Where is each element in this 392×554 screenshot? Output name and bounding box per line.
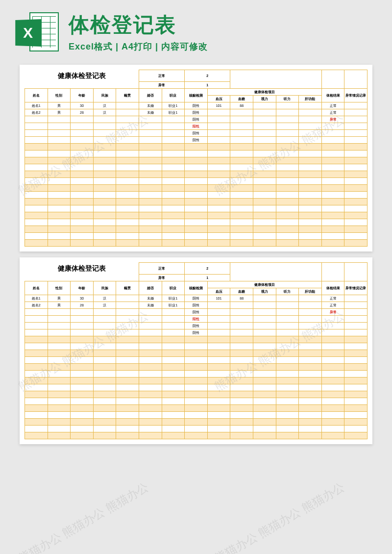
empty-cell[interactable] — [276, 199, 299, 205]
cell-vision[interactable] — [253, 109, 276, 116]
cell-ethnicity[interactable] — [93, 309, 116, 316]
cell-test[interactable]: 阳性 — [185, 316, 208, 323]
empty-cell[interactable] — [344, 199, 368, 205]
empty-cell[interactable] — [207, 199, 230, 205]
empty-cell[interactable] — [321, 405, 344, 412]
empty-cell[interactable] — [185, 378, 208, 384]
cell-vision[interactable] — [253, 309, 276, 316]
empty-cell[interactable] — [344, 384, 368, 391]
cell-name[interactable] — [25, 316, 48, 323]
cell-name[interactable]: 姓名2 — [25, 302, 48, 309]
empty-cell[interactable] — [344, 212, 368, 219]
cell-ethnicity[interactable] — [93, 137, 116, 144]
empty-cell[interactable] — [185, 205, 208, 212]
empty-cell[interactable] — [185, 412, 208, 419]
empty-cell[interactable] — [207, 412, 230, 419]
empty-cell[interactable] — [185, 432, 208, 439]
cell-hearing[interactable] — [276, 123, 299, 130]
cell-marital[interactable]: 未婚 — [139, 302, 162, 309]
cell-occupation[interactable] — [162, 137, 185, 144]
empty-cell[interactable] — [25, 151, 48, 157]
cell-gender[interactable] — [48, 309, 71, 316]
empty-cell[interactable] — [299, 343, 322, 350]
empty-cell[interactable] — [185, 171, 208, 178]
cell-ethnicity[interactable] — [93, 329, 116, 336]
empty-cell[interactable] — [48, 426, 71, 432]
cell-marital[interactable] — [139, 137, 162, 144]
cell-age[interactable] — [71, 329, 94, 336]
empty-cell[interactable] — [299, 164, 322, 171]
empty-cell[interactable] — [25, 384, 48, 391]
empty-cell[interactable] — [253, 212, 276, 219]
empty-cell[interactable] — [185, 226, 208, 233]
empty-cell[interactable] — [185, 398, 208, 405]
empty-cell[interactable] — [139, 233, 162, 240]
empty-cell[interactable] — [253, 144, 276, 151]
empty-cell[interactable] — [276, 178, 299, 185]
empty-cell[interactable] — [321, 185, 344, 192]
empty-cell[interactable] — [139, 212, 162, 219]
empty-cell[interactable] — [93, 212, 116, 219]
cell-sugar[interactable] — [230, 137, 253, 144]
empty-cell[interactable] — [71, 171, 94, 178]
empty-cell[interactable] — [230, 233, 253, 240]
empty-cell[interactable] — [116, 391, 139, 398]
empty-cell[interactable] — [48, 336, 71, 343]
cell-occupation[interactable] — [162, 116, 185, 123]
cell-result[interactable]: 正常 — [321, 109, 344, 116]
cell-occupation[interactable]: 职业1 — [162, 295, 185, 302]
cell-bp[interactable] — [207, 329, 230, 336]
empty-cell[interactable] — [344, 357, 368, 364]
empty-cell[interactable] — [162, 378, 185, 384]
cell-ethnicity[interactable]: 汉 — [93, 109, 116, 116]
empty-cell[interactable] — [162, 144, 185, 151]
cell-name[interactable] — [25, 309, 48, 316]
cell-hearing[interactable] — [276, 137, 299, 144]
empty-cell[interactable] — [344, 151, 368, 157]
cell-liver[interactable] — [299, 316, 322, 323]
empty-cell[interactable] — [48, 412, 71, 419]
empty-cell[interactable] — [253, 151, 276, 157]
empty-cell[interactable] — [230, 336, 253, 343]
empty-cell[interactable] — [25, 192, 48, 199]
empty-cell[interactable] — [299, 226, 322, 233]
empty-cell[interactable] — [162, 405, 185, 412]
empty-cell[interactable] — [276, 432, 299, 439]
empty-cell[interactable] — [162, 336, 185, 343]
cell-test[interactable]: 阴性 — [185, 323, 208, 329]
cell-sugar[interactable] — [230, 302, 253, 309]
empty-cell[interactable] — [162, 233, 185, 240]
cell-origin[interactable] — [116, 116, 139, 123]
empty-cell[interactable] — [139, 398, 162, 405]
empty-cell[interactable] — [230, 151, 253, 157]
empty-cell[interactable] — [162, 350, 185, 357]
cell-origin[interactable] — [116, 102, 139, 109]
empty-cell[interactable] — [321, 178, 344, 185]
cell-sugar[interactable] — [230, 329, 253, 336]
empty-cell[interactable] — [162, 412, 185, 419]
empty-cell[interactable] — [116, 357, 139, 364]
empty-cell[interactable] — [253, 343, 276, 350]
empty-cell[interactable] — [71, 205, 94, 212]
empty-cell[interactable] — [253, 357, 276, 364]
empty-cell[interactable] — [139, 185, 162, 192]
empty-cell[interactable] — [25, 364, 48, 371]
empty-cell[interactable] — [344, 426, 368, 432]
empty-cell[interactable] — [230, 178, 253, 185]
empty-cell[interactable] — [321, 205, 344, 212]
empty-cell[interactable] — [253, 185, 276, 192]
empty-cell[interactable] — [48, 192, 71, 199]
cell-marital[interactable] — [139, 316, 162, 323]
empty-cell[interactable] — [71, 226, 94, 233]
empty-cell[interactable] — [71, 192, 94, 199]
empty-cell[interactable] — [185, 350, 208, 357]
empty-cell[interactable] — [48, 233, 71, 240]
empty-cell[interactable] — [230, 419, 253, 426]
empty-cell[interactable] — [253, 205, 276, 212]
empty-cell[interactable] — [162, 185, 185, 192]
empty-cell[interactable] — [116, 371, 139, 378]
empty-cell[interactable] — [93, 171, 116, 178]
empty-cell[interactable] — [48, 391, 71, 398]
empty-cell[interactable] — [207, 192, 230, 199]
cell-abnormal-record[interactable] — [344, 316, 368, 323]
